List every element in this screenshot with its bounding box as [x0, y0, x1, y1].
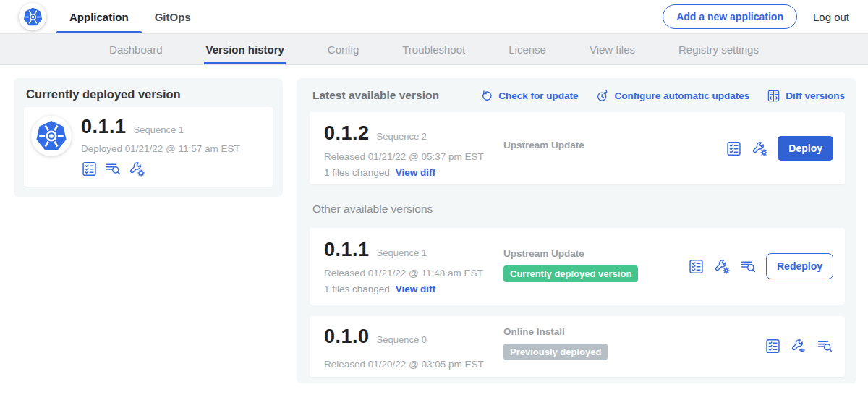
tab-license[interactable]: License [509, 34, 546, 64]
view-diff-link[interactable]: View diff [396, 284, 435, 294]
refresh-icon [480, 89, 493, 103]
diff-icon [767, 89, 780, 103]
deployed-version-number: 0.1.1 [81, 116, 127, 138]
preflight-checks-icon[interactable] [688, 258, 705, 275]
version-source: Upstream Update [503, 140, 584, 150]
edit-config-icon[interactable] [752, 140, 768, 157]
version-row-0-1-2: 0.1.2 Sequence 2 Released 01/21/22 @ 05:… [310, 112, 845, 184]
header-actions: Add a new application Log out [663, 0, 849, 33]
version-source: Upstream Update [503, 248, 638, 259]
check-for-update-label: Check for update [498, 90, 578, 101]
deployed-sequence: Sequence 1 [134, 124, 184, 135]
deploy-button[interactable]: Deploy [778, 136, 833, 161]
version-row-0-1-1: 0.1.1 Sequence 1 Released 01/21/22 @ 11:… [310, 228, 845, 305]
tab-config-label: Config [328, 43, 359, 56]
diff-versions-link[interactable]: Diff versions [767, 89, 845, 103]
other-versions-heading: Other available versions [312, 203, 433, 216]
tab-dashboard[interactable]: Dashboard [109, 34, 162, 64]
files-changed: 1 files changed [324, 284, 390, 294]
panel-actions: Check for update Configure automatic upd… [480, 89, 845, 103]
tab-view-files[interactable]: View files [590, 34, 635, 64]
tab-gitops-label: GitOps [155, 11, 191, 23]
currently-deployed-card: Currently deployed version 0.1.1 Sequenc… [14, 78, 283, 197]
currently-deployed-badge: Currently deployed version [503, 265, 638, 282]
version-sequence: Sequence 0 [377, 334, 427, 345]
version-number: 0.1.1 [324, 239, 370, 261]
schedule-update-icon [595, 89, 609, 103]
version-sequence: Sequence 1 [377, 247, 427, 258]
version-row-0-1-0: 0.1.0 Sequence 0 Released 01/20/22 @ 03:… [310, 316, 845, 377]
add-application-button[interactable]: Add a new application [663, 4, 797, 29]
view-config-icon[interactable] [791, 338, 807, 354]
configure-automatic-updates-link[interactable]: Configure automatic updates [595, 89, 749, 103]
version-released: Released 01/20/22 @ 03:05 pm EST [324, 359, 484, 370]
tab-config[interactable]: Config [328, 34, 359, 64]
diff-versions-label: Diff versions [786, 90, 845, 101]
tab-license-label: License [509, 43, 546, 56]
configure-automatic-updates-label: Configure automatic updates [614, 90, 749, 101]
app-nav-tabs: Application GitOps [56, 0, 204, 33]
app-logo [31, 116, 72, 156]
tab-troubleshoot-label: Troubleshoot [402, 43, 465, 56]
edit-config-icon[interactable] [129, 161, 145, 177]
check-for-update-link[interactable]: Check for update [480, 89, 578, 103]
deployed-action-icons [81, 161, 145, 177]
preflight-checks-icon[interactable] [726, 140, 742, 157]
version-history-panel: Latest available version Check for updat… [297, 78, 856, 383]
version-released: Released 01/21/22 @ 11:48 am EST [324, 268, 483, 279]
preflight-checks-icon[interactable] [81, 161, 98, 177]
release-notes-icon[interactable] [740, 258, 757, 275]
kubernetes-helm-icon [35, 120, 67, 152]
tab-application-label: Application [69, 11, 129, 23]
files-changed: 1 files changed [324, 167, 390, 178]
version-source: Online Install [503, 326, 608, 337]
kots-admin-console: Application GitOps Add a new application… [0, 0, 868, 408]
previously-deployed-badge: Previously deployed [503, 344, 608, 360]
latest-version-heading: Latest available version [312, 89, 439, 102]
tab-dashboard-label: Dashboard [109, 43, 162, 56]
tab-version-history-label: Version history [205, 43, 284, 56]
currently-deployed-title: Currently deployed version [26, 88, 181, 101]
version-number: 0.1.0 [324, 326, 370, 348]
tab-application[interactable]: Application [56, 0, 142, 33]
preflight-checks-icon[interactable] [765, 338, 781, 354]
tab-registry-settings-label: Registry settings [678, 43, 759, 56]
version-number: 0.1.2 [324, 122, 370, 145]
top-header: Application GitOps Add a new application… [0, 0, 868, 33]
tab-version-history[interactable]: Version history [205, 34, 284, 64]
kubernetes-helm-icon [23, 7, 43, 27]
tab-gitops[interactable]: GitOps [142, 0, 204, 33]
version-released: Released 01/21/22 @ 05:37 pm EST [324, 151, 484, 162]
version-sequence: Sequence 2 [377, 131, 427, 142]
redeploy-button[interactable]: Redeploy [766, 253, 833, 279]
release-notes-icon[interactable] [817, 338, 833, 354]
logout-button[interactable]: Log out [813, 11, 849, 23]
deployed-version-card: 0.1.1 Sequence 1 Deployed 01/21/22 @ 11:… [24, 107, 273, 187]
tab-troubleshoot[interactable]: Troubleshoot [402, 34, 465, 64]
deployed-timestamp: Deployed 01/21/22 @ 11:57 am EST [81, 143, 240, 154]
secondary-nav: Dashboard Version history Config Trouble… [0, 33, 868, 65]
edit-config-icon[interactable] [714, 258, 731, 275]
view-diff-link[interactable]: View diff [396, 167, 435, 178]
release-notes-icon[interactable] [105, 161, 122, 177]
kubernetes-logo [19, 3, 46, 30]
tab-view-files-label: View files [590, 43, 635, 56]
panel-header: Latest available version Check for updat… [312, 87, 845, 104]
tab-registry-settings[interactable]: Registry settings [678, 34, 759, 64]
